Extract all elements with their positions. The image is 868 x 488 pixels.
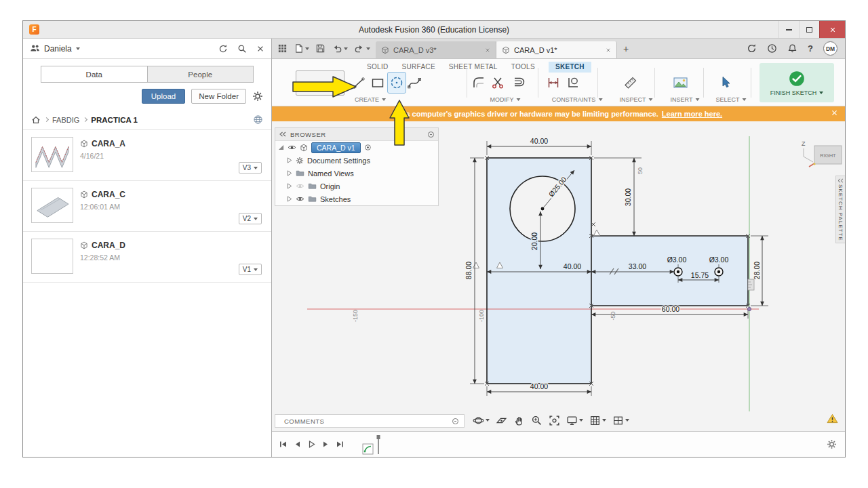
refresh-icon[interactable] xyxy=(218,44,228,54)
group-label-modify[interactable]: MODIFY xyxy=(490,96,521,103)
spline-tool-button[interactable] xyxy=(406,73,423,93)
tab-tools[interactable]: TOOLS xyxy=(511,63,535,70)
app-grid-icon[interactable] xyxy=(275,42,290,55)
tab-people[interactable]: People xyxy=(148,66,254,83)
look-at-icon[interactable] xyxy=(496,415,507,426)
panel-settings-gear-icon[interactable] xyxy=(252,91,263,102)
grid-snap-icon[interactable] xyxy=(589,415,606,426)
go-to-end-icon[interactable] xyxy=(336,440,344,449)
timeline-settings-gear-icon[interactable] xyxy=(827,439,837,452)
display-settings-icon[interactable] xyxy=(566,415,583,426)
timeline-marker[interactable] xyxy=(375,434,382,455)
play-icon[interactable] xyxy=(307,440,316,449)
step-back-icon[interactable] xyxy=(293,440,302,449)
dim-circle-drop[interactable]: 20.00 xyxy=(530,232,538,250)
orbit-icon[interactable] xyxy=(473,415,490,426)
item-name[interactable]: CARA_A xyxy=(92,139,125,148)
learn-more-link[interactable]: Learn more here. xyxy=(662,110,722,118)
finish-sketch-button[interactable]: FINISH SKETCH xyxy=(760,63,834,102)
group-label-constraints[interactable]: CONSTRAINTS xyxy=(552,96,603,103)
dim-arm-height[interactable]: 28.00 xyxy=(753,262,761,279)
dim-mid-width[interactable]: 40.00 xyxy=(564,262,581,270)
save-icon[interactable] xyxy=(313,42,328,55)
comments-options-icon[interactable] xyxy=(452,418,458,424)
origin-point[interactable] xyxy=(747,307,751,310)
tab-solid[interactable]: SOLID xyxy=(367,63,389,70)
pan-hand-icon[interactable] xyxy=(513,415,525,426)
list-item[interactable]: CARA_D 12:28:52 AM V1 xyxy=(23,232,271,283)
activate-component-icon[interactable] xyxy=(364,144,372,151)
browser-options-icon[interactable] xyxy=(428,131,434,138)
close-button[interactable] xyxy=(819,21,845,38)
close-tab-icon[interactable] xyxy=(485,47,490,53)
new-folder-button[interactable]: New Folder xyxy=(191,89,246,104)
insert-image-icon[interactable] xyxy=(671,73,690,93)
browser-row[interactable]: Sketches xyxy=(275,192,438,205)
browser-row[interactable]: Document Settings xyxy=(275,154,438,167)
sketch-feature-icon[interactable] xyxy=(362,443,374,455)
sync-status-icon[interactable] xyxy=(747,43,757,54)
expand-closed-icon[interactable] xyxy=(286,157,292,163)
dim-upper-right-height[interactable]: 30.00 xyxy=(624,188,632,206)
tab-surface[interactable]: SURFACE xyxy=(402,63,435,70)
dim-edge-to-hole[interactable]: 33.00 xyxy=(629,262,646,270)
fit-icon[interactable] xyxy=(549,415,560,426)
measure-tool-icon[interactable] xyxy=(621,73,642,93)
item-name[interactable]: CARA_C xyxy=(92,190,125,199)
dimension-constraint-icon[interactable] xyxy=(545,73,562,93)
browser-row[interactable]: Origin xyxy=(275,180,438,192)
rectangle-tool-button[interactable] xyxy=(369,73,387,93)
go-to-start-icon[interactable] xyxy=(279,440,288,449)
viewcube-face-label[interactable]: RIGHT xyxy=(820,152,836,159)
dim-top-width[interactable]: 40.00 xyxy=(530,137,548,145)
dim-hole-left[interactable]: Ø3.00 xyxy=(667,256,687,264)
offset-tool-button[interactable] xyxy=(510,73,528,93)
search-icon[interactable] xyxy=(237,44,247,54)
user-avatar[interactable]: DM xyxy=(823,41,837,56)
tab-sheet-metal[interactable]: SHEET METAL xyxy=(449,63,498,70)
dim-hole-right[interactable]: Ø3.00 xyxy=(709,256,729,264)
fillet-tool-button[interactable] xyxy=(470,73,488,93)
viewports-icon[interactable] xyxy=(612,415,629,426)
notifications-bell-icon[interactable] xyxy=(787,43,797,54)
tab-sketch[interactable]: SKETCH xyxy=(549,62,591,73)
version-dropdown[interactable]: V1 xyxy=(239,264,262,275)
browser-row-root[interactable]: CARA_D v1 xyxy=(275,141,438,154)
breadcrumb-current[interactable]: PRACTICA 1 xyxy=(91,116,138,124)
browser-row[interactable]: Named Views xyxy=(275,167,438,180)
list-item[interactable]: CARA_A 4/16/21 V3 xyxy=(23,130,271,181)
upload-button[interactable]: Upload xyxy=(142,89,185,104)
dim-overall-height[interactable]: 88.00 xyxy=(465,262,473,279)
visibility-eye-icon[interactable] xyxy=(296,195,304,203)
browser-root-name[interactable]: CARA_D v1 xyxy=(311,142,361,153)
model-canvas[interactable]: 40.00 88.00 30.00 Ø25.00 xyxy=(272,121,845,431)
breadcrumb-folder[interactable]: FABDIG xyxy=(52,116,79,124)
tab-data[interactable]: Data xyxy=(41,66,148,83)
visibility-eye-off-icon[interactable] xyxy=(296,182,304,190)
group-label-create[interactable]: CREATE xyxy=(355,96,386,103)
circle-tool-button[interactable] xyxy=(388,73,406,93)
user-menu-caret-icon[interactable] xyxy=(76,47,80,50)
item-name[interactable]: CARA_D xyxy=(92,241,125,250)
expand-open-icon[interactable] xyxy=(278,144,284,150)
home-icon[interactable] xyxy=(31,115,41,125)
ruler-grip-icon[interactable] xyxy=(748,279,754,290)
document-tab[interactable]: CARA_D v3* xyxy=(376,41,496,58)
minimize-button[interactable] xyxy=(778,21,799,38)
dim-bottom-width[interactable]: 40.00 xyxy=(530,382,548,390)
version-dropdown[interactable]: V3 xyxy=(239,162,262,174)
job-status-clock-icon[interactable] xyxy=(767,43,777,54)
warning-triangle-icon[interactable] xyxy=(827,413,838,426)
version-dropdown[interactable]: V2 xyxy=(239,213,262,224)
collapse-browser-icon[interactable] xyxy=(279,131,286,137)
expand-closed-icon[interactable] xyxy=(286,183,292,189)
group-label-inspect[interactable]: INSPECT xyxy=(619,96,652,103)
visibility-eye-icon[interactable] xyxy=(288,143,296,152)
help-icon[interactable]: ? xyxy=(808,43,813,54)
expand-closed-icon[interactable] xyxy=(286,196,292,202)
tangent-constraint-icon[interactable] xyxy=(564,73,582,93)
redo-icon[interactable] xyxy=(352,42,372,55)
close-panel-icon[interactable] xyxy=(256,45,264,53)
file-menu-icon[interactable] xyxy=(292,42,311,55)
comments-bar[interactable]: COMMENTS xyxy=(275,414,465,428)
